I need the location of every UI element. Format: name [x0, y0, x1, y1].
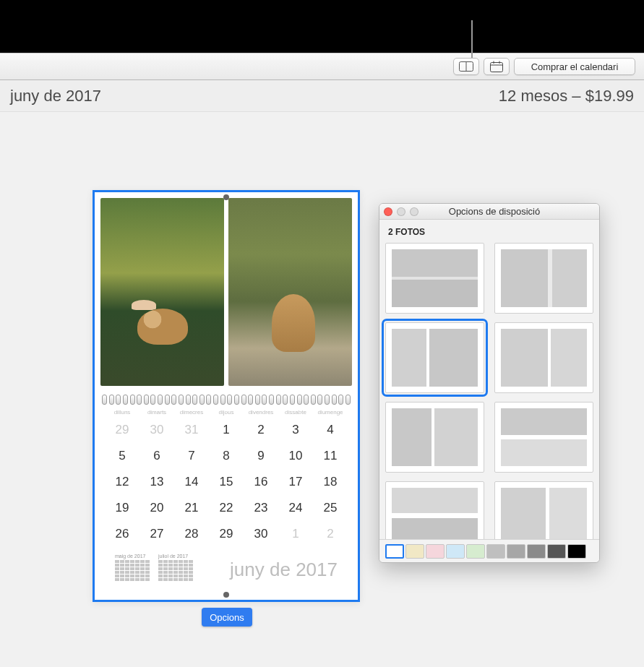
day-cell[interactable]: 3: [278, 417, 313, 443]
day-cell[interactable]: 31: [174, 417, 209, 443]
dow-label: dimecres: [174, 409, 209, 416]
view-calendar-button[interactable]: [484, 58, 510, 75]
day-cell[interactable]: 12: [105, 469, 139, 495]
project-summary: 12 mesos – $19.99: [499, 87, 634, 106]
layout-grid: [385, 243, 593, 539]
day-cell[interactable]: 23: [244, 495, 278, 521]
day-cell[interactable]: 14: [174, 469, 209, 495]
day-cell[interactable]: 13: [139, 469, 174, 495]
dow-label: divendres: [244, 409, 278, 416]
layout-tile-7[interactable]: [385, 481, 484, 539]
color-swatch-3[interactable]: [426, 544, 445, 559]
layout-options-panel: Opcions de disposició 2 FOTOS: [379, 203, 600, 563]
mini-next-month: juliol de 2017: [158, 554, 193, 581]
day-cell[interactable]: 1: [209, 417, 244, 443]
day-cell[interactable]: 4: [313, 417, 348, 443]
day-cell[interactable]: 11: [313, 443, 348, 469]
color-swatch-2[interactable]: [405, 544, 424, 559]
options-button-label: Opcions: [210, 612, 244, 623]
layout-thumb-icon: [392, 329, 478, 387]
layout-thumb-icon: [501, 249, 587, 307]
layout-thumb-icon: [392, 249, 478, 307]
month-title: juny de 2017: [10, 87, 101, 106]
color-swatch-1[interactable]: [385, 544, 404, 559]
color-swatch-6[interactable]: [486, 544, 505, 559]
layout-tile-3[interactable]: [385, 322, 484, 393]
day-cell[interactable]: 30: [139, 417, 174, 443]
layout-tile-5[interactable]: [385, 402, 484, 473]
layout-thumb-icon: [501, 488, 587, 539]
day-cell[interactable]: 2: [313, 521, 348, 547]
color-swatch-9[interactable]: [547, 544, 566, 559]
day-cell[interactable]: 6: [139, 443, 174, 469]
day-cell[interactable]: 7: [174, 443, 209, 469]
color-swatch-8[interactable]: [527, 544, 546, 559]
mini-prev-month: maig de 2017: [115, 554, 150, 581]
layout-tile-4[interactable]: [494, 322, 593, 393]
layout-tile-2[interactable]: [494, 243, 593, 314]
day-cell[interactable]: 16: [244, 469, 278, 495]
calendar-page[interactable]: dillunsdimartsdimecresdijousdivendresdis…: [93, 190, 360, 602]
toolbar: Comprar el calendari: [0, 53, 644, 80]
view-butterfly-button[interactable]: [453, 58, 479, 75]
spread-view-icon: [459, 61, 473, 72]
day-cell[interactable]: 2: [244, 417, 278, 443]
mini-months: maig de 2017 juliol de 2017: [115, 554, 193, 581]
hole-punch-bottom: [223, 592, 229, 598]
day-cell[interactable]: 15: [209, 469, 244, 495]
layout-tile-1[interactable]: [385, 243, 484, 314]
day-cell[interactable]: 9: [244, 443, 278, 469]
layout-scroll[interactable]: [379, 243, 599, 539]
day-cell[interactable]: 26: [105, 521, 139, 547]
color-swatch-7[interactable]: [507, 544, 525, 559]
mini-next-title: juliol de 2017: [158, 554, 193, 559]
day-cell[interactable]: 30: [244, 521, 278, 547]
day-cell[interactable]: 5: [105, 443, 139, 469]
day-cell[interactable]: 8: [209, 443, 244, 469]
day-cell[interactable]: 22: [209, 495, 244, 521]
minimize-icon: [397, 207, 405, 216]
layout-tile-6[interactable]: [494, 402, 593, 473]
panel-section-label: 2 FOTOS: [379, 220, 599, 241]
buy-button[interactable]: Comprar el calendari: [514, 58, 635, 75]
day-cell[interactable]: 19: [105, 495, 139, 521]
dow-label: dijous: [209, 409, 244, 416]
zoom-icon: [410, 207, 418, 216]
day-cell[interactable]: 27: [139, 521, 174, 547]
panel-title: Opcions de disposició: [449, 206, 569, 217]
layout-thumb-icon: [392, 488, 478, 539]
color-swatch-10[interactable]: [567, 544, 586, 559]
day-cell[interactable]: 28: [174, 521, 209, 547]
layout-thumb-icon: [501, 408, 587, 466]
day-cell[interactable]: 1: [278, 521, 313, 547]
options-button[interactable]: Opcions: [202, 608, 252, 627]
dow-label: dissabte: [278, 409, 313, 416]
day-cell[interactable]: 29: [209, 521, 244, 547]
day-cell[interactable]: 25: [313, 495, 348, 521]
layout-tile-8[interactable]: [494, 481, 593, 539]
day-cell[interactable]: 20: [139, 495, 174, 521]
day-cell[interactable]: 10: [278, 443, 313, 469]
letterbox-top: [0, 0, 644, 53]
day-cell[interactable]: 29: [105, 417, 139, 443]
calendar-icon: [490, 61, 503, 72]
mini-prev-title: maig de 2017: [115, 554, 150, 559]
page-month-label: juny de 2017: [230, 559, 338, 581]
dow-label: dimarts: [139, 409, 174, 416]
svg-rect-2: [491, 63, 503, 72]
close-icon[interactable]: [384, 207, 392, 216]
layout-thumb-icon: [501, 329, 587, 387]
photo-slot-1[interactable]: [100, 198, 224, 386]
buy-button-label: Comprar el calendari: [531, 61, 619, 72]
panel-titlebar[interactable]: Opcions de disposició: [379, 204, 599, 220]
color-swatch-4[interactable]: [446, 544, 465, 559]
layout-thumb-icon: [392, 408, 478, 466]
dow-label: dilluns: [105, 409, 139, 416]
photo-slot-2[interactable]: [228, 198, 352, 386]
day-cell[interactable]: 17: [278, 469, 313, 495]
color-swatch-5[interactable]: [466, 544, 485, 559]
dow-label: diumenge: [313, 409, 348, 416]
day-cell[interactable]: 21: [174, 495, 209, 521]
day-cell[interactable]: 18: [313, 469, 348, 495]
day-cell[interactable]: 24: [278, 495, 313, 521]
